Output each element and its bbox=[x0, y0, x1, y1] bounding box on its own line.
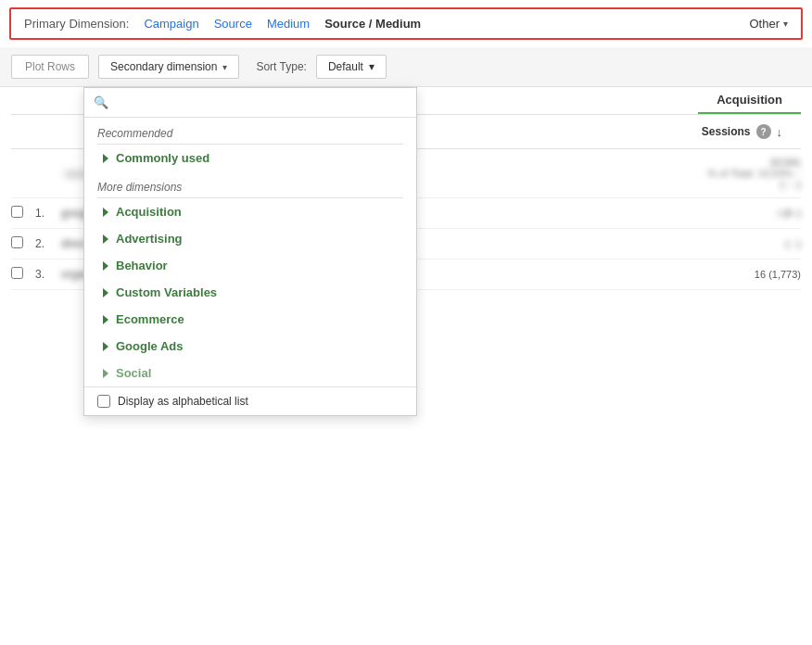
search-box: 🔍 bbox=[84, 88, 416, 118]
social-item[interactable]: Social bbox=[84, 360, 416, 386]
triangle-icon bbox=[103, 261, 108, 271]
secondary-dimension-button[interactable]: Secondary dimension ▾ bbox=[98, 55, 239, 79]
plot-rows-button[interactable]: Plot Rows bbox=[11, 55, 89, 79]
search-input[interactable] bbox=[114, 95, 407, 109]
custom-variables-item[interactable]: Custom Variables bbox=[84, 279, 416, 306]
triangle-icon bbox=[103, 288, 108, 297]
sort-type-button[interactable]: Default ▾ bbox=[316, 55, 387, 79]
commonly-used-item[interactable]: Commonly used bbox=[84, 145, 416, 171]
toolbar: Plot Rows Secondary dimension ▾ Sort Typ… bbox=[0, 47, 812, 87]
row-sessions: 16 (1,773) bbox=[671, 269, 801, 280]
primary-dim-campaign[interactable]: Campaign bbox=[144, 17, 198, 31]
acquisition-header: Acquisition bbox=[698, 87, 801, 114]
primary-dimension-label: Primary Dimension: bbox=[24, 17, 129, 31]
search-icon: 🔍 bbox=[94, 95, 108, 109]
alphabetical-label: Display as alphabetical list bbox=[118, 395, 248, 408]
row-checkbox[interactable] bbox=[11, 236, 23, 248]
main-content: 🔍 Recommended Commonly used More dimensi… bbox=[0, 87, 812, 290]
row-number: 1. bbox=[35, 207, 61, 220]
triangle-icon bbox=[103, 315, 108, 324]
chevron-down-icon: ▾ bbox=[783, 19, 788, 29]
dropdown-list: Recommended Commonly used More dimension… bbox=[84, 118, 416, 386]
primary-dim-medium[interactable]: Medium bbox=[267, 17, 310, 31]
row-sessions: i (9··) bbox=[671, 208, 801, 219]
acquisition-item[interactable]: Acquisition bbox=[84, 198, 416, 225]
behavior-item[interactable]: Behavior bbox=[84, 252, 416, 279]
primary-dimension-bar: Primary Dimension: Campaign Source Mediu… bbox=[9, 7, 803, 40]
secondary-dimension-dropdown: 🔍 Recommended Commonly used More dimensi… bbox=[83, 87, 417, 416]
more-dimensions-section-header: More dimensions bbox=[84, 171, 416, 197]
triangle-icon bbox=[103, 342, 108, 351]
triangle-icon bbox=[103, 208, 108, 217]
ecommerce-item[interactable]: Ecommerce bbox=[84, 306, 416, 333]
dropdown-footer: Display as alphabetical list bbox=[84, 386, 416, 415]
triangle-icon bbox=[103, 154, 108, 163]
row-number: 3. bbox=[35, 268, 61, 281]
total-sessions-cell: 10,541 % of Total: 10,54%··· (·····) bbox=[671, 157, 801, 190]
row-number: 2. bbox=[35, 237, 61, 250]
other-dropdown[interactable]: Other ▾ bbox=[749, 17, 788, 31]
sessions-col-header: Sessions ? ↓ bbox=[702, 120, 801, 143]
triangle-icon bbox=[103, 369, 108, 378]
sessions-help-icon[interactable]: ? bbox=[756, 124, 771, 139]
alphabetical-checkbox[interactable] bbox=[97, 395, 110, 408]
row-checkbox[interactable] bbox=[11, 267, 23, 279]
triangle-icon bbox=[103, 234, 108, 244]
sessions-sort-icon[interactable]: ↓ bbox=[777, 125, 783, 139]
google-ads-item[interactable]: Google Ads bbox=[84, 333, 416, 360]
recommended-section-header: Recommended bbox=[84, 118, 416, 144]
row-sessions: (···) bbox=[671, 238, 801, 249]
advertising-item[interactable]: Advertising bbox=[84, 225, 416, 252]
sort-type-label: Sort Type: bbox=[256, 60, 306, 73]
primary-dim-source[interactable]: Source bbox=[214, 17, 252, 31]
row-checkbox[interactable] bbox=[11, 206, 23, 218]
sort-arrow-icon: ▾ bbox=[369, 60, 374, 73]
primary-dim-source-medium[interactable]: Source / Medium bbox=[324, 17, 421, 31]
secondary-dim-arrow-icon: ▾ bbox=[222, 62, 227, 72]
